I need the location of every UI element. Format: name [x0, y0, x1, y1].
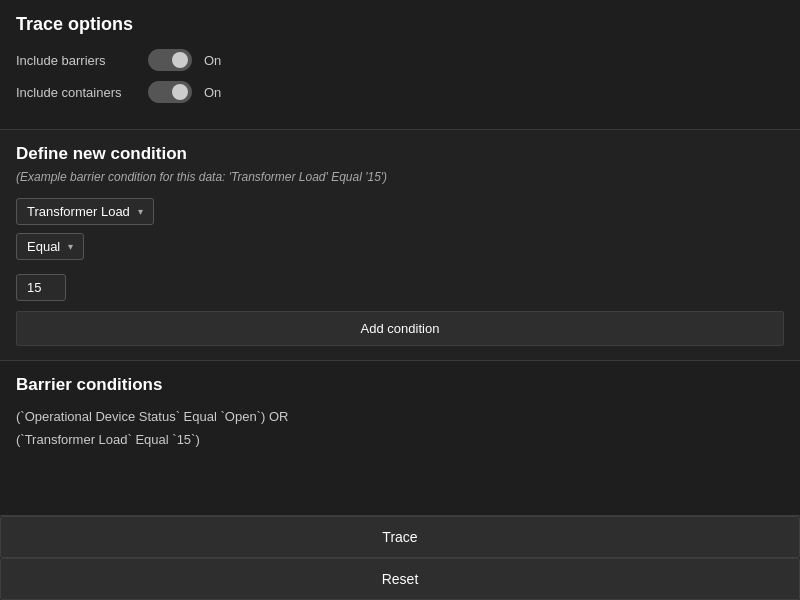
- operator-dropdown-row: Equal ▾: [16, 233, 784, 260]
- conditions-text: (`Operational Device Status` Equal `Open…: [16, 405, 784, 452]
- include-containers-toggle[interactable]: [148, 81, 192, 103]
- operator-dropdown-arrow: ▾: [68, 241, 73, 252]
- include-containers-label: Include containers: [16, 85, 136, 100]
- toggle-track: [148, 81, 192, 103]
- add-condition-button[interactable]: Add condition: [16, 311, 784, 346]
- value-input[interactable]: 15: [16, 274, 66, 301]
- barrier-conditions-section: Barrier conditions (`Operational Device …: [0, 361, 800, 516]
- conditions-line1: (`Operational Device Status` Equal `Open…: [16, 405, 784, 428]
- field-dropdown-value: Transformer Load: [27, 204, 130, 219]
- include-barriers-label: Include barriers: [16, 53, 136, 68]
- conditions-line2: (`Transformer Load` Equal `15`): [16, 428, 784, 451]
- include-containers-row: Include containers On: [16, 81, 784, 103]
- toggle-track: [148, 49, 192, 71]
- trace-options-section: Trace options Include barriers On Includ…: [0, 0, 800, 130]
- include-barriers-status: On: [204, 53, 221, 68]
- operator-dropdown-value: Equal: [27, 239, 60, 254]
- trace-button[interactable]: Trace: [0, 516, 800, 558]
- operator-dropdown[interactable]: Equal ▾: [16, 233, 84, 260]
- define-condition-title: Define new condition: [16, 144, 784, 164]
- include-barriers-toggle[interactable]: [148, 49, 192, 71]
- example-text: (Example barrier condition for this data…: [16, 170, 784, 184]
- trace-options-title: Trace options: [16, 14, 784, 35]
- field-dropdown-arrow: ▾: [138, 206, 143, 217]
- action-buttons: Trace Reset: [0, 516, 800, 600]
- page: Trace options Include barriers On Includ…: [0, 0, 800, 600]
- toggle-thumb: [172, 52, 188, 68]
- reset-button[interactable]: Reset: [0, 558, 800, 600]
- value-input-text: 15: [27, 280, 41, 295]
- field-dropdown[interactable]: Transformer Load ▾: [16, 198, 154, 225]
- toggle-thumb: [172, 84, 188, 100]
- include-barriers-row: Include barriers On: [16, 49, 784, 71]
- barrier-conditions-title: Barrier conditions: [16, 375, 784, 395]
- define-condition-section: Define new condition (Example barrier co…: [0, 130, 800, 361]
- field-dropdown-row: Transformer Load ▾: [16, 198, 784, 225]
- include-containers-status: On: [204, 85, 221, 100]
